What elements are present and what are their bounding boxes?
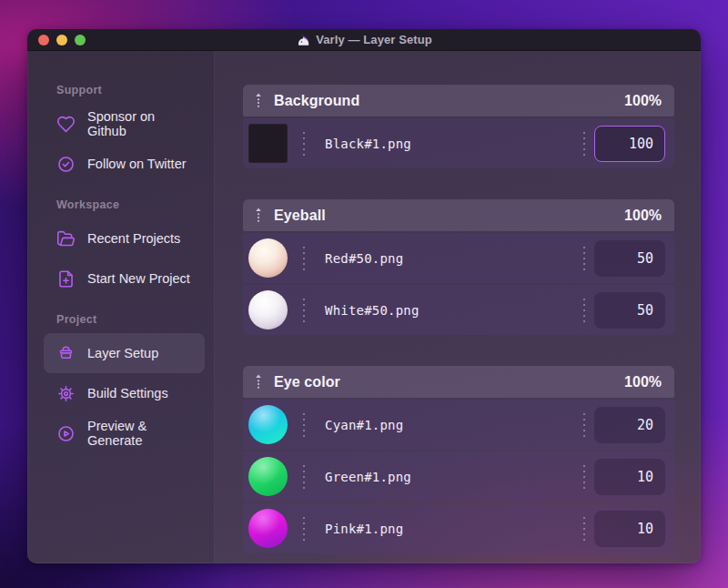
sidebar-item-label: Sponsor on Github	[87, 109, 196, 138]
sidebar-item-recent-projects[interactable]: Recent Projects	[44, 218, 205, 259]
dotted-separator	[583, 465, 585, 489]
sidebar-section-workspace: Workspace Recent Projects Start New Proj…	[56, 198, 214, 299]
dotted-separator	[583, 413, 585, 437]
sidebar-item-label: Build Settings	[87, 386, 168, 400]
sidebar-section-support: Support Sponsor on Github Follow on Twit…	[56, 84, 214, 184]
layer-row: Cyan#1.png	[243, 400, 674, 450]
sidebar-item-label: Preview & Generate	[87, 419, 196, 448]
group-opacity: 100%	[624, 374, 662, 390]
dotted-separator	[583, 247, 585, 270]
group-title: Eyeball	[274, 208, 326, 224]
unicorn-icon	[296, 33, 310, 47]
dotted-separator	[303, 132, 305, 156]
layer-weight-input[interactable]	[594, 459, 665, 495]
layer-row: Pink#1.png	[243, 503, 674, 553]
section-label: Project	[56, 313, 214, 326]
dotted-separator	[303, 465, 305, 489]
sidebar-item-start-new-project[interactable]: Start New Project	[44, 259, 205, 299]
app-window: Varly — Layer Setup Support Sponsor on G…	[27, 29, 701, 563]
layer-weight-input[interactable]	[594, 511, 665, 547]
layers-basket-icon	[56, 344, 76, 363]
gear-icon	[56, 384, 76, 403]
drag-handle-icon[interactable]	[253, 206, 264, 226]
layer-filename: Cyan#1.png	[325, 418, 583, 432]
sidebar-item-label: Follow on Twitter	[87, 157, 187, 171]
window-title-text: Varly — Layer Setup	[316, 33, 432, 46]
layer-filename: Pink#1.png	[325, 522, 583, 536]
file-plus-icon	[56, 269, 76, 289]
sidebar-item-label: Start New Project	[87, 271, 190, 286]
group-opacity: 100%	[624, 208, 662, 224]
traffic-lights	[38, 35, 86, 46]
heart-icon	[56, 115, 76, 134]
sidebar-item-preview-generate[interactable]: Preview & Generate	[44, 413, 205, 453]
pink-sphere-thumbnail	[248, 509, 288, 548]
sidebar-item-sponsor-on-github[interactable]: Sponsor on Github	[44, 104, 205, 144]
white-sphere-thumbnail	[248, 290, 288, 329]
play-circle-icon	[56, 424, 76, 443]
sidebar-item-follow-on-twitter[interactable]: Follow on Twitter	[44, 144, 205, 184]
layer-filename: Green#1.png	[325, 470, 583, 484]
dotted-separator	[303, 299, 305, 322]
minimize-button[interactable]	[56, 35, 67, 46]
layer-setup-panel: Background 100% Black#1.png	[215, 51, 701, 563]
drag-handle-icon[interactable]	[253, 91, 264, 111]
layer-filename: White#50.png	[325, 303, 583, 318]
group-title: Eye color	[274, 374, 340, 390]
badge-check-icon	[56, 155, 76, 174]
layer-row: White#50.png	[243, 285, 674, 335]
dotted-separator	[583, 299, 585, 322]
layer-weight-input[interactable]	[594, 407, 665, 443]
layer-weight-input[interactable]	[594, 126, 665, 162]
zoom-button[interactable]	[75, 35, 86, 46]
group-title: Background	[274, 93, 359, 109]
section-label: Workspace	[56, 198, 214, 211]
sidebar-item-build-settings[interactable]: Build Settings	[44, 373, 205, 413]
group-header: Background 100%	[243, 85, 674, 117]
dotted-separator	[303, 247, 305, 270]
layer-filename: Red#50.png	[325, 251, 583, 266]
dotted-separator	[303, 413, 305, 437]
layer-row: Black#1.png	[243, 118, 674, 168]
dotted-separator	[303, 517, 305, 541]
layer-row: Green#1.png	[243, 451, 674, 502]
sidebar-item-layer-setup[interactable]: Layer Setup	[44, 333, 205, 373]
folder-open-icon	[56, 229, 76, 248]
sidebar-section-project: Project Layer Setup Build Setti	[56, 313, 214, 453]
layer-weight-input[interactable]	[594, 292, 665, 329]
cyan-sphere-thumbnail	[248, 405, 288, 444]
close-button[interactable]	[38, 35, 49, 46]
group-header: Eye color 100%	[243, 366, 674, 398]
drag-handle-icon[interactable]	[253, 372, 264, 392]
layer-row: Red#50.png	[243, 233, 674, 283]
sidebar: Support Sponsor on Github Follow on Twit…	[27, 51, 215, 563]
black-square-thumbnail	[248, 124, 288, 163]
layer-group-eyeball: Eyeball 100% Red#50.png White#50.png	[243, 199, 674, 335]
layer-group-background: Background 100% Black#1.png	[243, 85, 674, 168]
section-label: Support	[56, 84, 214, 96]
sidebar-item-label: Recent Projects	[87, 231, 180, 246]
window-title: Varly — Layer Setup	[296, 33, 432, 47]
dotted-separator	[583, 517, 585, 541]
layer-weight-input[interactable]	[594, 240, 665, 277]
layer-group-eye-color: Eye color 100% Cyan#1.png Green#1.png	[243, 366, 674, 553]
red-sphere-thumbnail	[248, 238, 288, 278]
sidebar-item-label: Layer Setup	[87, 346, 158, 360]
group-header: Eyeball 100%	[243, 199, 674, 231]
dotted-separator	[583, 132, 585, 156]
green-sphere-thumbnail	[248, 457, 288, 496]
titlebar: Varly — Layer Setup	[27, 29, 701, 51]
group-opacity: 100%	[624, 93, 662, 109]
layer-filename: Black#1.png	[325, 137, 583, 151]
